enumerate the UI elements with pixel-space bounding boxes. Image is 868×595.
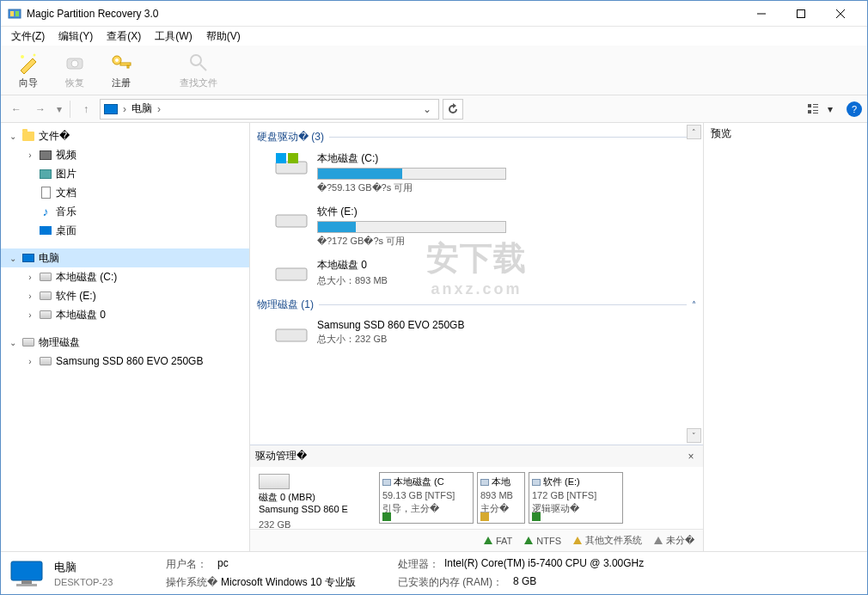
collapse-icon[interactable]: ⌄ xyxy=(8,132,18,141)
maximize-button[interactable] xyxy=(781,1,821,27)
partition-c[interactable]: 本地磁盘 (C 59.13 GB [NTFS] 引导，主分� xyxy=(379,472,474,524)
partition-icon xyxy=(532,479,541,486)
titlebar: Magic Partition Recovery 3.0 xyxy=(1,1,867,27)
ram-value: 8 GB xyxy=(513,575,536,590)
tree-drive-0[interactable]: › 本地磁盘 0 xyxy=(1,305,249,324)
pictures-icon xyxy=(39,167,52,181)
drive-icon xyxy=(274,258,309,284)
svg-rect-27 xyxy=(276,268,307,280)
register-label: 注册 xyxy=(112,77,131,89)
tree-physical[interactable]: ⌄ 物理磁盘 xyxy=(1,333,249,352)
back-button[interactable]: ← xyxy=(6,100,27,119)
minimize-button[interactable] xyxy=(742,1,781,27)
tree-documents[interactable]: 文档 xyxy=(1,183,249,202)
wizard-button[interactable]: 向导 xyxy=(8,49,49,92)
other-tag xyxy=(480,512,489,521)
address-dropdown[interactable]: ⌄ xyxy=(419,103,435,115)
tree-drive-e[interactable]: › 软件 (E:) xyxy=(1,286,249,305)
svg-rect-31 xyxy=(16,584,37,586)
scroll-down-button[interactable]: ˅ xyxy=(687,428,701,443)
collapse-icon[interactable]: ⌄ xyxy=(8,254,18,263)
address-bar[interactable]: › 电脑 › ⌄ xyxy=(100,99,439,120)
drive-name: Samsung SSD 860 EVO 250GB xyxy=(317,319,694,331)
expand-icon[interactable]: › xyxy=(25,310,35,320)
tree-music[interactable]: ♪ 音乐 xyxy=(1,202,249,221)
video-icon xyxy=(39,148,52,162)
tree-pictures[interactable]: 图片 xyxy=(1,164,249,183)
svg-rect-14 xyxy=(127,65,129,68)
expand-icon[interactable]: › xyxy=(25,357,35,366)
svg-point-8 xyxy=(34,54,36,57)
music-icon: ♪ xyxy=(39,205,52,218)
svg-rect-25 xyxy=(288,153,298,163)
svg-rect-26 xyxy=(276,215,307,227)
up-button[interactable]: ↑ xyxy=(76,100,96,119)
desktop-icon xyxy=(39,224,52,237)
tree-drive-c[interactable]: › 本地磁盘 (C:) xyxy=(1,267,249,286)
expand-icon[interactable]: › xyxy=(25,150,35,160)
refresh-button[interactable] xyxy=(443,99,463,120)
key-icon xyxy=(109,51,133,75)
recover-label: 恢复 xyxy=(65,77,84,89)
cpu-value: Intel(R) Core(TM) i5-7400 CPU @ 3.00GHz xyxy=(444,557,644,572)
legend-other: 其他文件系统 xyxy=(573,534,642,547)
drive-icon xyxy=(39,308,52,322)
group-hdd[interactable]: 硬盘驱动� (3) ˄ xyxy=(255,126,698,148)
group-physical[interactable]: 物理磁盘 (1) ˄ xyxy=(255,294,698,316)
svg-rect-30 xyxy=(21,580,32,584)
svg-line-16 xyxy=(200,64,206,71)
disk-summary[interactable]: 磁盘 0 (MBR) Samsung SSD 860 E 232 GB 物理磁盘 xyxy=(255,472,376,524)
menu-file[interactable]: 文件(Z) xyxy=(4,28,52,46)
menu-view[interactable]: 查看(X) xyxy=(100,28,148,46)
breadcrumb-root[interactable]: 电脑 xyxy=(131,101,152,116)
drive-icon xyxy=(274,319,309,345)
disk-icon xyxy=(259,474,290,489)
tree-computer[interactable]: ⌄ 电脑 xyxy=(1,248,249,267)
drive-mgmt-header: 驱动管理� × xyxy=(250,445,703,467)
separator xyxy=(70,101,70,118)
tree-video[interactable]: › 视频 xyxy=(1,145,249,164)
register-button[interactable]: 注册 xyxy=(101,49,142,92)
drive-c[interactable]: 本地磁盘 (C:) �?59.13 GB�?s 可用 xyxy=(255,148,698,201)
app-icon xyxy=(8,7,21,21)
cpu-label: 处理器： xyxy=(398,557,441,572)
partition-0[interactable]: 本地 893 MB 主分� xyxy=(477,472,525,524)
tree-files[interactable]: ⌄ 文件� xyxy=(1,126,249,145)
find-button[interactable]: 查找文件 xyxy=(178,49,219,92)
menu-help[interactable]: 帮助(V) xyxy=(199,28,248,46)
drive-ssd[interactable]: Samsung SSD 860 EVO 250GB 总大小：232 GB xyxy=(255,316,698,353)
tree-ssd[interactable]: › Samsung SSD 860 EVO 250GB xyxy=(1,352,249,371)
recover-button[interactable]: 恢复 xyxy=(54,49,95,92)
drive-list: 安下载 anxz.com ˄ 硬盘驱动� (3) ˄ 本地磁盘 (C:) �?5… xyxy=(250,123,703,445)
navbar: ← → ▾ ↑ › 电脑 › ⌄ ▾ ? xyxy=(1,95,867,123)
disk-label: 磁盘 0 (MBR) xyxy=(259,491,372,504)
help-button[interactable]: ? xyxy=(847,101,862,117)
drive-info: �?59.13 GB�?s 可用 xyxy=(317,181,694,194)
drive-e[interactable]: 软件 (E:) �?172 GB�?s 可用 xyxy=(255,201,698,255)
svg-rect-18 xyxy=(813,104,818,105)
svg-rect-17 xyxy=(808,104,811,107)
menu-tools[interactable]: 工具(W) xyxy=(148,28,199,46)
expand-icon[interactable]: › xyxy=(25,291,35,301)
menu-edit[interactable]: 编辑(Y) xyxy=(52,28,100,46)
drive-0[interactable]: 本地磁盘 0 总大小：893 MB xyxy=(255,255,698,294)
wizard-label: 向导 xyxy=(19,77,38,89)
close-button[interactable] xyxy=(821,1,860,27)
menubar: 文件(Z) 编辑(Y) 查看(X) 工具(W) 帮助(V) xyxy=(1,27,867,46)
scroll-up-button[interactable]: ˄ xyxy=(687,125,701,139)
drive-icon xyxy=(39,270,52,284)
view-selector[interactable]: ▾ xyxy=(805,101,838,117)
chevron-up-icon: ˄ xyxy=(692,300,696,310)
svg-rect-24 xyxy=(276,153,286,163)
forward-button[interactable]: → xyxy=(30,100,51,119)
legend-ntfs: NTFS xyxy=(524,536,561,546)
expand-icon[interactable]: › xyxy=(25,273,35,282)
partition-e[interactable]: 软件 (E:) 172 GB [NTFS] 逻辑驱动� xyxy=(529,472,623,524)
collapse-icon[interactable]: ⌄ xyxy=(8,338,18,347)
svg-rect-20 xyxy=(808,110,811,113)
legend-unalloc: 未分� xyxy=(654,534,694,547)
history-dropdown[interactable]: ▾ xyxy=(54,100,64,119)
tree-desktop[interactable]: 桌面 xyxy=(1,221,249,240)
os-label: 操作系统� xyxy=(166,575,217,590)
close-panel-button[interactable]: × xyxy=(684,451,698,463)
